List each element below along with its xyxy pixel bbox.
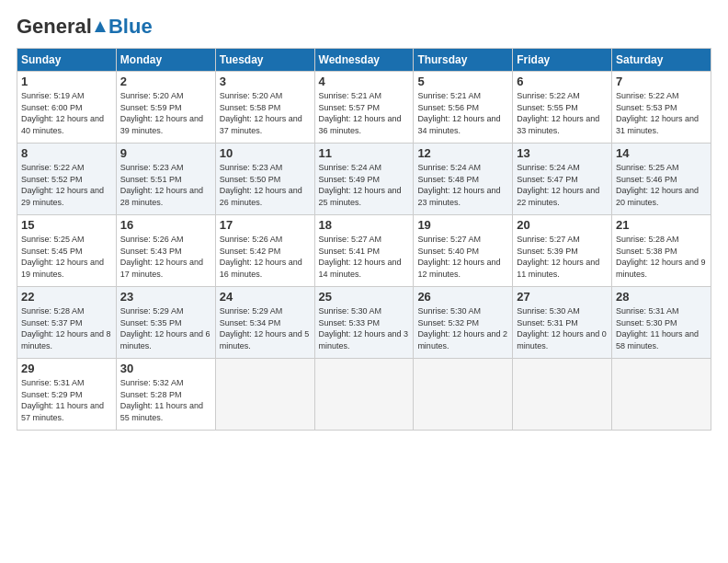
logo-icon [93, 19, 108, 34]
day-number: 11 [319, 146, 410, 160]
calendar-row: 8Sunrise: 5:22 AMSunset: 5:52 PMDaylight… [17, 144, 711, 215]
calendar-cell: 22Sunrise: 5:28 AMSunset: 5:37 PMDayligh… [17, 287, 117, 359]
calendar-cell: 18Sunrise: 5:27 AMSunset: 5:41 PMDayligh… [314, 215, 414, 287]
day-info: Sunrise: 5:29 AMSunset: 5:35 PMDaylight:… [120, 305, 211, 351]
header: General Blue [17, 15, 711, 39]
day-number: 14 [616, 146, 707, 160]
calendar-cell: 15Sunrise: 5:25 AMSunset: 5:45 PMDayligh… [17, 215, 117, 287]
day-info: Sunrise: 5:28 AMSunset: 5:38 PMDaylight:… [616, 234, 707, 280]
col-tuesday: Tuesday [215, 49, 314, 72]
calendar-cell: 16Sunrise: 5:26 AMSunset: 5:43 PMDayligh… [116, 215, 215, 287]
page: General Blue Sunday Monday Tuesday Wedne… [0, 0, 728, 563]
day-number: 27 [517, 290, 608, 304]
day-info: Sunrise: 5:30 AMSunset: 5:33 PMDaylight:… [319, 305, 410, 351]
calendar-cell [414, 359, 513, 431]
day-number: 23 [120, 290, 211, 304]
calendar-cell: 6Sunrise: 5:22 AMSunset: 5:55 PMDaylight… [513, 72, 612, 144]
day-number: 15 [21, 218, 112, 232]
day-info: Sunrise: 5:27 AMSunset: 5:40 PMDaylight:… [417, 234, 508, 280]
day-number: 10 [220, 146, 311, 160]
calendar-cell [513, 359, 612, 431]
day-info: Sunrise: 5:31 AMSunset: 5:29 PMDaylight:… [21, 377, 112, 423]
calendar-cell: 19Sunrise: 5:27 AMSunset: 5:40 PMDayligh… [414, 215, 513, 287]
day-number: 28 [616, 290, 707, 304]
logo-blue: Blue [108, 15, 153, 39]
day-info: Sunrise: 5:23 AMSunset: 5:51 PMDaylight:… [120, 162, 211, 208]
day-number: 16 [120, 218, 211, 232]
calendar-cell: 17Sunrise: 5:26 AMSunset: 5:42 PMDayligh… [215, 215, 314, 287]
day-info: Sunrise: 5:26 AMSunset: 5:42 PMDaylight:… [220, 234, 311, 280]
day-number: 26 [417, 290, 508, 304]
calendar-row: 22Sunrise: 5:28 AMSunset: 5:37 PMDayligh… [17, 287, 711, 359]
calendar-header-row: Sunday Monday Tuesday Wednesday Thursday… [17, 49, 711, 72]
col-monday: Monday [116, 49, 215, 72]
day-info: Sunrise: 5:22 AMSunset: 5:52 PMDaylight:… [21, 162, 112, 208]
calendar-cell: 30Sunrise: 5:32 AMSunset: 5:28 PMDayligh… [116, 359, 215, 431]
day-info: Sunrise: 5:20 AMSunset: 5:59 PMDaylight:… [120, 90, 211, 136]
calendar-cell: 10Sunrise: 5:23 AMSunset: 5:50 PMDayligh… [215, 144, 314, 215]
calendar-row: 1Sunrise: 5:19 AMSunset: 6:00 PMDaylight… [17, 72, 711, 144]
col-saturday: Saturday [612, 49, 711, 72]
calendar-cell: 11Sunrise: 5:24 AMSunset: 5:49 PMDayligh… [314, 144, 414, 215]
col-thursday: Thursday [414, 49, 513, 72]
logo-text: General Blue [17, 15, 153, 39]
calendar-cell: 27Sunrise: 5:30 AMSunset: 5:31 PMDayligh… [513, 287, 612, 359]
logo: General Blue [17, 15, 153, 39]
calendar-cell: 9Sunrise: 5:23 AMSunset: 5:51 PMDaylight… [116, 144, 215, 215]
calendar-cell: 21Sunrise: 5:28 AMSunset: 5:38 PMDayligh… [612, 215, 711, 287]
calendar-table: Sunday Monday Tuesday Wednesday Thursday… [17, 48, 711, 431]
calendar-cell: 12Sunrise: 5:24 AMSunset: 5:48 PMDayligh… [414, 144, 513, 215]
day-info: Sunrise: 5:27 AMSunset: 5:39 PMDaylight:… [517, 234, 608, 280]
day-info: Sunrise: 5:24 AMSunset: 5:49 PMDaylight:… [319, 162, 410, 208]
day-number: 19 [417, 218, 508, 232]
day-number: 4 [319, 75, 410, 88]
day-info: Sunrise: 5:30 AMSunset: 5:32 PMDaylight:… [417, 305, 508, 351]
calendar-cell [612, 359, 711, 431]
calendar-cell: 5Sunrise: 5:21 AMSunset: 5:56 PMDaylight… [414, 72, 513, 144]
calendar-row: 15Sunrise: 5:25 AMSunset: 5:45 PMDayligh… [17, 215, 711, 287]
day-number: 21 [616, 218, 707, 232]
day-info: Sunrise: 5:20 AMSunset: 5:58 PMDaylight:… [220, 90, 311, 136]
day-number: 6 [517, 75, 608, 88]
day-number: 5 [417, 75, 508, 88]
day-number: 18 [319, 218, 410, 232]
day-info: Sunrise: 5:19 AMSunset: 6:00 PMDaylight:… [21, 90, 112, 136]
day-info: Sunrise: 5:31 AMSunset: 5:30 PMDaylight:… [616, 305, 707, 351]
day-number: 12 [417, 146, 508, 160]
calendar-cell: 13Sunrise: 5:24 AMSunset: 5:47 PMDayligh… [513, 144, 612, 215]
day-number: 22 [21, 290, 112, 304]
day-number: 1 [21, 75, 112, 88]
day-info: Sunrise: 5:27 AMSunset: 5:41 PMDaylight:… [319, 234, 410, 280]
calendar-cell: 26Sunrise: 5:30 AMSunset: 5:32 PMDayligh… [414, 287, 513, 359]
day-number: 9 [120, 146, 211, 160]
calendar-cell: 29Sunrise: 5:31 AMSunset: 5:29 PMDayligh… [17, 359, 117, 431]
calendar-cell: 28Sunrise: 5:31 AMSunset: 5:30 PMDayligh… [612, 287, 711, 359]
day-info: Sunrise: 5:23 AMSunset: 5:50 PMDaylight:… [220, 162, 311, 208]
day-number: 13 [517, 146, 608, 160]
calendar-cell: 14Sunrise: 5:25 AMSunset: 5:46 PMDayligh… [612, 144, 711, 215]
calendar-cell: 7Sunrise: 5:22 AMSunset: 5:53 PMDaylight… [612, 72, 711, 144]
calendar-cell: 25Sunrise: 5:30 AMSunset: 5:33 PMDayligh… [314, 287, 414, 359]
calendar-cell: 1Sunrise: 5:19 AMSunset: 6:00 PMDaylight… [17, 72, 117, 144]
calendar-cell [215, 359, 314, 431]
day-info: Sunrise: 5:25 AMSunset: 5:46 PMDaylight:… [616, 162, 707, 208]
day-info: Sunrise: 5:22 AMSunset: 5:53 PMDaylight:… [616, 90, 707, 136]
logo-general: General [17, 15, 92, 39]
day-info: Sunrise: 5:32 AMSunset: 5:28 PMDaylight:… [120, 377, 211, 423]
day-info: Sunrise: 5:22 AMSunset: 5:55 PMDaylight:… [517, 90, 608, 136]
calendar-cell: 2Sunrise: 5:20 AMSunset: 5:59 PMDaylight… [116, 72, 215, 144]
day-info: Sunrise: 5:30 AMSunset: 5:31 PMDaylight:… [517, 305, 608, 351]
day-info: Sunrise: 5:21 AMSunset: 5:57 PMDaylight:… [319, 90, 410, 136]
day-info: Sunrise: 5:24 AMSunset: 5:48 PMDaylight:… [417, 162, 508, 208]
day-number: 3 [220, 75, 311, 88]
day-info: Sunrise: 5:24 AMSunset: 5:47 PMDaylight:… [517, 162, 608, 208]
col-sunday: Sunday [17, 49, 117, 72]
calendar-cell: 4Sunrise: 5:21 AMSunset: 5:57 PMDaylight… [314, 72, 414, 144]
day-number: 2 [120, 75, 211, 88]
day-number: 30 [120, 362, 211, 375]
day-number: 20 [517, 218, 608, 232]
day-number: 17 [220, 218, 311, 232]
day-info: Sunrise: 5:29 AMSunset: 5:34 PMDaylight:… [220, 305, 311, 351]
svg-marker-0 [95, 21, 106, 32]
calendar-cell: 8Sunrise: 5:22 AMSunset: 5:52 PMDaylight… [17, 144, 117, 215]
